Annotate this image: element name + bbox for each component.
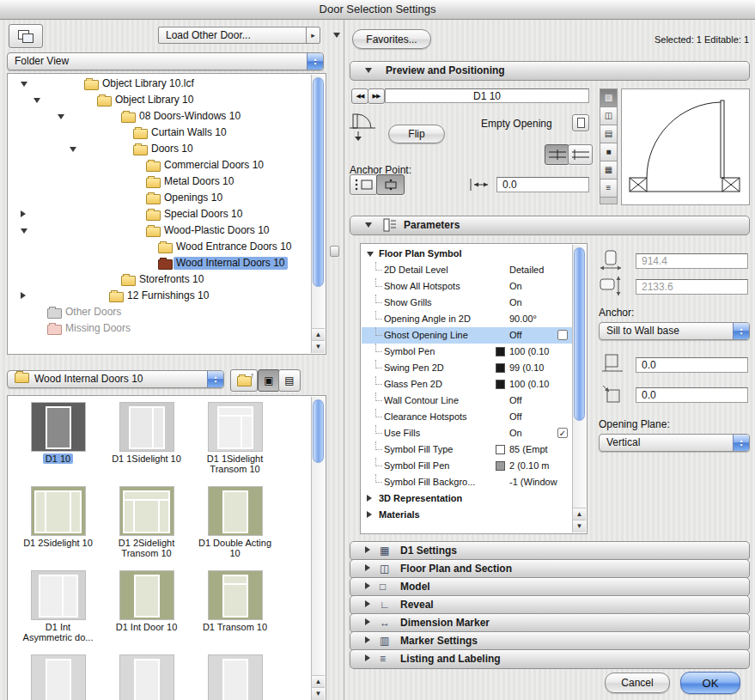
tree-item[interactable]: Object Library 10 (9, 92, 311, 108)
thumbnail-scrollbar[interactable]: ▲ ▼ (311, 397, 325, 700)
door-thumbnail[interactable]: D1 2Sidelight 10 (17, 486, 99, 570)
section-preview-and-positioning[interactable]: Preview and Positioning (350, 61, 750, 81)
disclosure-triangle-icon[interactable] (365, 636, 370, 643)
cancel-button[interactable]: Cancel (605, 673, 670, 693)
scrollbar-thumb[interactable] (574, 247, 585, 421)
anchor-offset-field[interactable]: 0.0 (496, 177, 589, 192)
parameter-row[interactable]: Show All HotspotsOn (362, 278, 572, 295)
tree-item[interactable]: Missing Doors (9, 320, 311, 337)
scroll-up-icon[interactable]: ▲ (573, 508, 586, 520)
pen-color-swatch[interactable] (496, 380, 505, 389)
tree-item[interactable]: Commercial Doors 10 (9, 157, 311, 173)
disclosure-triangle-icon[interactable] (21, 228, 27, 234)
parameter-value[interactable]: 90.00° (509, 311, 564, 327)
door-thumbnail[interactable] (17, 654, 99, 700)
previous-object-button[interactable]: ◀◀ (351, 88, 368, 104)
parameter-value[interactable]: 100 (0.10 (509, 344, 564, 360)
title-bar[interactable]: Door Selection Settings (0, 0, 755, 20)
section-model[interactable]: □Model (350, 577, 750, 597)
disclosure-triangle-icon[interactable] (365, 600, 370, 607)
view-mode-dropdown[interactable]: Folder View ▲▼ (7, 52, 324, 70)
parameter-row[interactable]: Use FillsOn✓ (362, 425, 572, 441)
parameter-value[interactable]: 99 (0.10 (509, 360, 564, 376)
flip-button[interactable]: Flip (388, 125, 445, 143)
tree-item[interactable]: Doors 10 (9, 141, 311, 157)
disclosure-triangle-icon[interactable] (21, 292, 26, 299)
parameter-value[interactable]: 2 (0.10 m (509, 458, 564, 474)
disclosure-triangle-icon[interactable] (33, 98, 40, 103)
section-listing-and-labeling[interactable]: ≡Listing and Labeling (350, 649, 750, 669)
door-thumbnail[interactable]: D1 2Sidelight Transom 10 (106, 486, 187, 570)
splitter-grip[interactable] (330, 246, 339, 257)
pen-color-swatch[interactable] (496, 461, 505, 471)
pen-color-swatch[interactable] (496, 363, 505, 373)
parameter-row[interactable]: Symbol Pen100 (0.10 (362, 344, 572, 360)
scroll-down-icon[interactable]: ▼ (312, 687, 325, 700)
door-thumbnail[interactable]: D1 1Sidelight Transom 10 (194, 402, 276, 486)
section-floor-plan-and-section[interactable]: ◫Floor Plan and Section (350, 559, 750, 579)
parameter-value[interactable]: On (509, 295, 564, 311)
disclosure-triangle-icon[interactable] (365, 546, 370, 553)
header-height-field[interactable]: 0.0 (636, 387, 748, 403)
parameter-scrollbar[interactable]: ▲ ▼ (572, 245, 586, 533)
section-d1-settings[interactable]: ▦D1 Settings (350, 541, 750, 561)
preview-3d-button[interactable]: ■ (600, 143, 617, 161)
door-thumbnail[interactable]: D1 Int Asymmetric do... (17, 570, 99, 654)
ok-button[interactable]: OK (680, 672, 740, 694)
load-other-door-button[interactable]: Load Other Door... ▸ (158, 27, 320, 44)
section-reveal[interactable]: ∟Reveal (350, 595, 750, 615)
tree-scrollbar[interactable]: ▲ ▼ (311, 75, 325, 353)
tree-item[interactable]: 12 Furnishings 10 (9, 288, 311, 304)
disclosure-triangle-icon[interactable] (365, 222, 372, 228)
parameter-checkbox[interactable]: ✓ (557, 428, 568, 438)
tree-item[interactable]: Curtain Walls 10 (9, 125, 311, 141)
door-height-field[interactable]: 2133.6 (636, 279, 748, 295)
scroll-up-icon[interactable]: ▲ (312, 328, 325, 341)
scroll-down-icon[interactable]: ▼ (312, 340, 325, 353)
scroll-up-icon[interactable]: ▲ (312, 675, 325, 688)
parameter-row[interactable]: Symbol Fill Type85 (Empt (362, 441, 572, 458)
disclosure-triangle-icon[interactable] (365, 564, 370, 571)
tree-item[interactable]: 08 Doors-Windows 10 (9, 108, 311, 125)
parameter-value[interactable]: -1 (Window (509, 474, 564, 490)
parameter-row[interactable]: Wall Contour LineOff (362, 393, 572, 409)
section-parameters[interactable]: Parameters (350, 216, 750, 235)
preview-2d-plan-button[interactable]: ▨ (600, 89, 617, 107)
disclosure-triangle-icon[interactable] (365, 654, 370, 661)
disclosure-triangle-icon[interactable] (365, 68, 372, 73)
section-dimension-marker[interactable]: ↔Dimension Marker (350, 613, 750, 633)
parameter-value[interactable]: On (509, 425, 564, 441)
parameter-value[interactable]: 100 (0.10 (509, 376, 564, 393)
door-thumbnail[interactable]: D1 Transom 10 (194, 570, 276, 654)
wall-anchor-center-button[interactable] (545, 144, 569, 165)
parameter-row[interactable]: 2D Detail LevelDetailed (362, 262, 572, 278)
disclosure-triangle-icon[interactable] (367, 511, 372, 518)
tree-item[interactable]: Storefronts 10 (9, 271, 311, 288)
preview-notes-button[interactable]: ≡ (600, 180, 617, 198)
parameter-row[interactable]: Swing Pen 2D99 (0.10 (362, 360, 572, 376)
favorites-button[interactable]: Favorites... (352, 29, 431, 49)
disclosure-triangle-icon[interactable] (365, 618, 370, 625)
disclosure-triangle-icon[interactable] (21, 210, 26, 217)
opening-plane-dropdown[interactable]: Vertical ▲▼ (599, 434, 750, 452)
anchor-dropdown[interactable]: Sill to Wall base ▲▼ (599, 322, 750, 340)
preview-elevation-button[interactable]: ◫ (600, 107, 617, 125)
list-view-button[interactable]: ▤ (278, 369, 301, 392)
empty-opening-button[interactable] (572, 114, 589, 131)
tree-item[interactable]: Wood-Plastic Doors 10 (9, 222, 311, 239)
scrollbar-thumb[interactable] (313, 399, 324, 463)
tree-item[interactable]: Wood Internal Doors 10 (9, 255, 311, 271)
tree-item[interactable]: Metal Doors 10 (9, 173, 311, 190)
door-thumbnail[interactable] (106, 654, 187, 700)
preview-hatch-button[interactable]: ▦ (600, 161, 617, 180)
door-thumbnail[interactable]: D1 Double Acting 10 (194, 486, 276, 570)
parameter-group-row[interactable]: Floor Plan Symbol (362, 246, 572, 262)
parameter-group-row[interactable]: Materials (362, 507, 572, 523)
preview-pane[interactable] (621, 88, 750, 205)
wall-anchor-side-button[interactable] (568, 144, 593, 165)
parameter-group-row[interactable]: 3D Representation (362, 490, 572, 507)
sill-height-field[interactable]: 0.0 (636, 357, 748, 373)
library-browser-button[interactable] (9, 24, 43, 48)
folder-up-button[interactable]: ↑ (230, 369, 258, 392)
next-object-button[interactable]: ▶▶ (368, 88, 385, 104)
